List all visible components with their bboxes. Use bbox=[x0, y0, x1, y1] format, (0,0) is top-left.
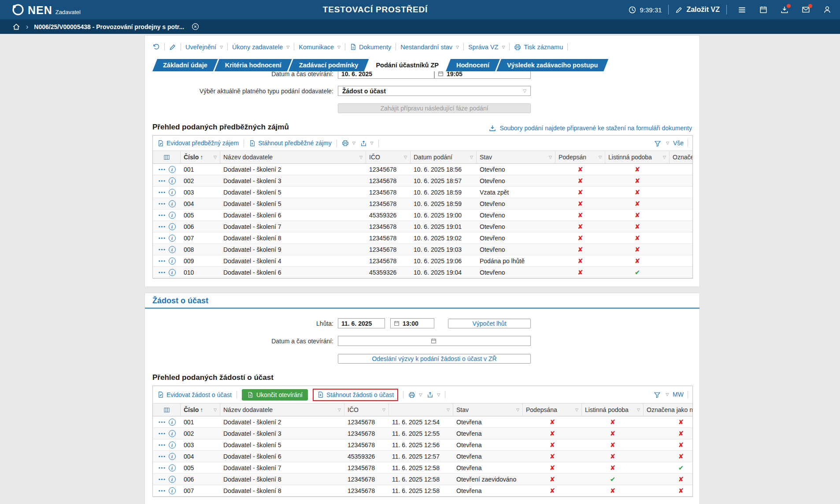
tab-hodnoceni[interactable]: Hodnocení bbox=[446, 59, 500, 71]
row-actions-button[interactable] bbox=[158, 432, 166, 435]
info-icon[interactable]: i bbox=[169, 246, 176, 253]
info-icon[interactable]: i bbox=[169, 464, 176, 471]
info-icon[interactable]: i bbox=[169, 177, 176, 184]
odeslani-vyzvy-button[interactable]: Odeslání výzvy k podání žádosti o účast … bbox=[338, 354, 531, 364]
table-row[interactable]: i 005 Dodavatel - školení 6 45359326 10.… bbox=[153, 210, 692, 221]
lhuta-time-input[interactable]: 13:00 bbox=[390, 318, 434, 328]
export-table-button[interactable]: ▽ bbox=[427, 391, 440, 398]
column-header-cislo[interactable]: Číslo↑▽ bbox=[181, 404, 220, 416]
lhuta-date-input[interactable]: 11. 6. 2025 bbox=[338, 318, 385, 328]
column-header-datum[interactable]: ▽ bbox=[389, 404, 453, 416]
ukoncit-otevirani-button[interactable]: Ukončit otevírání bbox=[242, 389, 308, 401]
info-icon[interactable]: i bbox=[169, 269, 176, 276]
tab-zadavaci-podminky[interactable]: Zadávací podmínky bbox=[289, 59, 369, 71]
submission-files-link[interactable]: Soubory podání najdete připravené ke sta… bbox=[489, 125, 692, 132]
table-row[interactable]: i 001 Dodavatel - školení 2 12345678 11.… bbox=[153, 416, 692, 428]
print-table-button[interactable]: ▽ bbox=[408, 391, 422, 398]
column-header-oznacen[interactable]: Označe bbox=[670, 151, 693, 163]
column-header-dodavatel[interactable]: Název dodavatele▽ bbox=[220, 404, 344, 416]
column-header-podepsana[interactable]: Podepsána▽ bbox=[523, 404, 582, 416]
view-selector[interactable]: MW bbox=[673, 391, 684, 398]
column-header-cislo[interactable]: Číslo↑▽ bbox=[181, 151, 220, 163]
vypocet-lhut-button[interactable]: Výpočet lhůt bbox=[448, 319, 531, 328]
row-actions-button[interactable] bbox=[158, 248, 166, 251]
stahnout-zadosti-button-annotated[interactable]: Stáhnout žádosti o účast bbox=[313, 389, 398, 401]
menu-nestandardni-stav[interactable]: Nestandardní stav▽ bbox=[400, 44, 459, 51]
info-icon[interactable]: i bbox=[169, 441, 176, 449]
info-icon[interactable]: i bbox=[169, 258, 176, 265]
row-actions-button[interactable] bbox=[158, 168, 166, 171]
table-row[interactable]: i 009 Dodavatel - školení 4 12345678 10.… bbox=[153, 255, 692, 267]
row-actions-button[interactable] bbox=[158, 180, 166, 182]
edit-button[interactable] bbox=[169, 44, 176, 51]
home-button[interactable] bbox=[12, 22, 20, 30]
filter-button[interactable] bbox=[654, 139, 661, 147]
row-actions-button[interactable] bbox=[158, 421, 166, 423]
column-header-listinna[interactable]: Listinná podoba▽ bbox=[605, 151, 670, 163]
table-row[interactable]: i 007 Dodavatel - školení 8 12345678 11.… bbox=[153, 485, 692, 497]
start-next-phase-button[interactable]: Zahájit přípravu následující fáze podání bbox=[338, 103, 531, 113]
info-icon[interactable]: i bbox=[169, 430, 176, 437]
history-button[interactable] bbox=[152, 43, 160, 51]
profile-button[interactable] bbox=[823, 6, 831, 14]
row-actions-button[interactable] bbox=[158, 260, 166, 262]
tab-vysledek[interactable]: Výsledek zadávacího postupu bbox=[496, 59, 608, 71]
column-header-dodavatel[interactable]: Název dodavatele▽ bbox=[220, 151, 366, 163]
row-actions-button[interactable] bbox=[158, 455, 166, 458]
row-actions-button[interactable] bbox=[158, 489, 166, 492]
table-row[interactable]: i 005 Dodavatel - školení 7 12345678 11.… bbox=[153, 462, 692, 474]
row-actions-button[interactable] bbox=[158, 444, 166, 446]
tab-zakladni-udaje[interactable]: Základní údaje bbox=[152, 59, 218, 71]
info-icon[interactable]: i bbox=[169, 223, 176, 230]
row-actions-button[interactable] bbox=[158, 202, 166, 205]
column-header-oznacena[interactable]: Označena jako ne bbox=[644, 404, 693, 416]
row-actions-button[interactable] bbox=[158, 225, 166, 228]
menu-button[interactable] bbox=[738, 6, 746, 14]
row-actions-button[interactable] bbox=[158, 271, 166, 274]
table-row[interactable]: i 004 Dodavatel - školení 5 12345678 10.… bbox=[153, 198, 692, 210]
row-actions-button[interactable] bbox=[158, 478, 166, 481]
table-row[interactable]: i 003 Dodavatel - školení 5 12345678 10.… bbox=[153, 187, 692, 198]
column-header-podepsan[interactable]: Podepsán▽ bbox=[555, 151, 605, 163]
opening-time-input[interactable]: 19:05 bbox=[434, 71, 531, 79]
info-icon[interactable]: i bbox=[169, 200, 176, 207]
submission-type-select[interactable]: Žádost o účast ▽ bbox=[338, 86, 531, 96]
print-record-button[interactable]: Tisk záznamu bbox=[514, 44, 563, 51]
info-icon[interactable]: i bbox=[169, 235, 176, 242]
menu-uverejneni[interactable]: Uveřejnění▽ bbox=[185, 44, 223, 51]
column-settings-button[interactable] bbox=[153, 151, 181, 163]
column-header-ico[interactable]: IČO▽ bbox=[366, 151, 411, 163]
table-row[interactable]: i 004 Dodavatel - školení 6 45359326 11.… bbox=[153, 451, 692, 462]
info-icon[interactable]: i bbox=[169, 212, 176, 219]
row-actions-button[interactable] bbox=[158, 191, 166, 194]
print-table-button[interactable]: ▽ bbox=[342, 140, 355, 147]
column-header-datum[interactable]: Datum podání▽ bbox=[411, 151, 477, 163]
opening-datetime-input[interactable] bbox=[338, 336, 531, 346]
export-table-button[interactable]: ▽ bbox=[360, 140, 374, 147]
breadcrumb-item[interactable]: N006/25/V00005438 - Provozování prodejny… bbox=[34, 23, 184, 30]
column-header-listinna[interactable]: Listinná podoba▽ bbox=[582, 404, 644, 416]
table-row[interactable]: i 003 Dodavatel - školení 5 12345678 11.… bbox=[153, 439, 692, 451]
info-icon[interactable]: i bbox=[169, 487, 176, 494]
calendar-button[interactable] bbox=[759, 6, 767, 14]
table-row[interactable]: i 001 Dodavatel - školení 2 12345678 10.… bbox=[153, 164, 692, 175]
column-settings-button[interactable] bbox=[153, 404, 181, 416]
info-icon[interactable]: i bbox=[169, 419, 176, 426]
messages-button[interactable] bbox=[802, 6, 810, 14]
opening-date-input[interactable]: 10. 6. 2025 bbox=[338, 71, 434, 79]
filter-button[interactable] bbox=[654, 391, 661, 398]
close-breadcrumb-button[interactable] bbox=[192, 23, 199, 30]
table-row[interactable]: i 002 Dodavatel - školení 3 12345678 11.… bbox=[153, 428, 692, 439]
menu-dokumenty[interactable]: Dokumenty bbox=[350, 44, 391, 51]
column-header-stav[interactable]: Stav▽ bbox=[477, 151, 555, 163]
nen-logo[interactable]: NEN Zadavatel bbox=[0, 3, 81, 16]
evidovat-zajem-button[interactable]: Evidovat předběžný zájem bbox=[157, 140, 239, 147]
tab-podani-ucastniku-zp[interactable]: Podání účastníků ZP bbox=[365, 59, 449, 71]
table-row[interactable]: i 010 Dodavatel - školení 6 45359326 10.… bbox=[153, 267, 692, 278]
table-row[interactable]: i 007 Dodavatel - školení 8 12345678 10.… bbox=[153, 232, 692, 244]
row-actions-button[interactable] bbox=[158, 467, 166, 469]
table-row[interactable]: i 008 Dodavatel - školení 9 12345678 10.… bbox=[153, 244, 692, 255]
stahnout-zajmy-button[interactable]: Stáhnout předběžné zájmy bbox=[249, 140, 332, 147]
menu-ukony-zadavatele[interactable]: Úkony zadavatele▽ bbox=[232, 44, 289, 51]
table-row[interactable]: i 006 Dodavatel - školení 8 12345678 11.… bbox=[153, 474, 692, 485]
